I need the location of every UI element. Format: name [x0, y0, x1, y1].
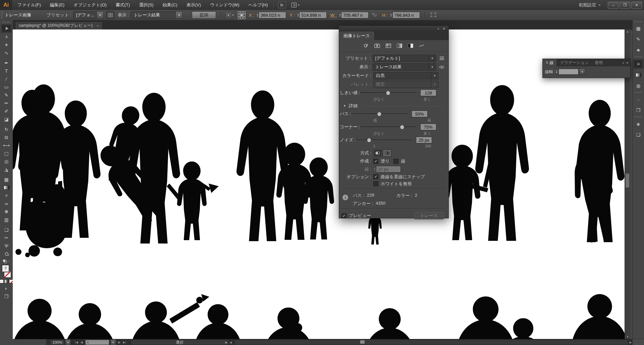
method-overlapping-button[interactable] — [383, 149, 391, 157]
color-button[interactable] — [0, 279, 4, 283]
menu-item[interactable]: オブジェクト(O) — [73, 2, 107, 8]
layers-panel-icon[interactable]: ◈ — [634, 120, 643, 128]
artboard-canvas[interactable] — [13, 29, 625, 339]
fill-swatch-unknown[interactable]: ? — [2, 265, 9, 272]
snap-curves-checkbox[interactable]: ✓ — [373, 174, 378, 179]
noise-slider[interactable] — [356, 137, 412, 143]
workspace-switcher[interactable]: 初期設定 — [579, 2, 596, 8]
eraser-tool-icon[interactable]: ◪ — [1, 115, 11, 123]
menu-item[interactable]: 書式(T) — [116, 2, 130, 8]
h-field[interactable]: 766.843 n — [392, 12, 420, 18]
zoom-value[interactable]: 100% — [50, 340, 64, 345]
eyedropper-tool-icon[interactable]: ✧ — [1, 192, 11, 200]
view-select[interactable]: トレース結果 ▾ — [131, 11, 182, 19]
trace-button[interactable]: トレース — [414, 212, 444, 219]
vertical-scroll-thumb[interactable] — [626, 174, 629, 188]
lasso-tool-icon[interactable]: ∿ — [1, 49, 11, 57]
x-label[interactable]: X : — [249, 13, 254, 18]
mesh-tool-icon[interactable]: ▦ — [1, 176, 11, 184]
panel-grip[interactable] — [635, 21, 642, 22]
threshold-value[interactable]: 128 — [420, 89, 436, 96]
scroll-up-icon[interactable]: ▲ — [625, 30, 630, 33]
width-tool-icon[interactable]: ⟷ — [1, 141, 11, 149]
artboard-tool-icon[interactable]: ❏ — [1, 226, 11, 234]
auto-color-icon[interactable] — [363, 43, 369, 49]
scale-tool-icon[interactable]: ⧉ — [1, 133, 11, 141]
stepper-icon[interactable]: ▴▾ — [257, 13, 258, 17]
paintbrush-tool-icon[interactable]: ✎ — [1, 91, 11, 99]
high-color-icon[interactable] — [374, 44, 380, 49]
first-artboard-button[interactable]: |◀ — [75, 341, 78, 344]
bridge-icon[interactable]: Br — [278, 2, 286, 8]
horizontal-scroll-thumb[interactable] — [360, 340, 365, 344]
gradient-button[interactable] — [4, 279, 8, 283]
chevron-down-icon[interactable]: ▾ — [579, 68, 585, 75]
appearance-panel-icon[interactable]: ◌ — [634, 95, 643, 104]
drawing-modes-icon[interactable]: ◐ — [1, 284, 11, 292]
menu-item[interactable]: ファイル(F) — [17, 2, 41, 8]
panel-grip[interactable] — [3, 22, 10, 23]
y-label[interactable]: Y : — [289, 13, 295, 18]
close-icon[interactable]: × — [97, 24, 99, 28]
fill-checkbox[interactable]: ✓ — [373, 159, 378, 164]
tab-stroke[interactable]: ⇅ 線 — [543, 59, 557, 66]
screen-mode-icon[interactable]: ❐ — [1, 292, 11, 300]
fill-checkbox-label[interactable]: 塗り — [381, 158, 389, 164]
horizontal-scrollbar[interactable] — [235, 340, 628, 345]
line-segment-tool-icon[interactable]: ∕ — [1, 75, 11, 83]
magic-wand-tool-icon[interactable]: ✶ — [1, 41, 11, 49]
collapse-panel-icon[interactable]: » — [623, 61, 625, 65]
chevron-down-icon[interactable]: ▾ — [429, 64, 436, 70]
stroke-checkbox-label[interactable]: 線 — [401, 158, 405, 164]
color-panel-icon[interactable]: ▦ — [634, 24, 643, 33]
chevron-down-icon[interactable]: ▾ — [175, 12, 182, 18]
rotate-tool-icon[interactable]: ↻ — [1, 125, 11, 133]
selection-tool-icon[interactable]: ➤ — [1, 24, 12, 33]
panel-grip[interactable] — [1, 11, 3, 19]
zoom-tool-icon[interactable]: Q — [1, 250, 11, 258]
brushes-panel-icon[interactable]: ✎ — [634, 35, 643, 44]
blob-brush-tool-icon[interactable]: ✐ — [1, 107, 11, 115]
tab-image-trace[interactable]: 画像トレース — [339, 31, 375, 40]
minimize-button[interactable]: – — [608, 2, 619, 9]
pen-tool-icon[interactable]: ✒ — [1, 59, 11, 67]
symbols-panel-icon[interactable]: ♣ — [634, 46, 643, 54]
swap-fill-stroke-icon[interactable] — [3, 259, 10, 263]
document-tab[interactable]: samplepng* @ 100%(RGB/プレビュー) × — [15, 21, 103, 29]
method-abutting-button[interactable] — [373, 149, 382, 157]
graphic-styles-panel-icon[interactable]: ❐ — [634, 106, 643, 115]
hand-tool-icon[interactable]: Ψ — [1, 242, 11, 250]
preview-checkbox[interactable]: ✓ — [341, 213, 346, 218]
threshold-slider[interactable] — [360, 90, 416, 96]
collapse-panel-icon[interactable]: « — [437, 27, 439, 30]
stepper-icon[interactable]: ▴▾ — [390, 13, 392, 17]
restore-button[interactable]: ❐ — [620, 2, 630, 9]
stroke-width-field[interactable] — [558, 69, 579, 75]
select-similar-icon[interactable]: ▾ — [226, 13, 234, 17]
view-select[interactable]: トレース結果 ▾ — [373, 63, 436, 71]
corners-slider[interactable] — [360, 124, 416, 130]
noise-value[interactable]: 25 px — [416, 137, 432, 143]
panel-grip[interactable] — [635, 116, 642, 118]
chevron-down-icon[interactable]: ▾ — [110, 339, 116, 345]
stepper-icon[interactable]: ▴▾ — [556, 70, 557, 74]
outline-icon[interactable] — [419, 44, 424, 49]
transform-icon[interactable] — [430, 12, 437, 18]
blend-tool-icon[interactable]: ∞ — [1, 200, 11, 208]
stroke-panel-icon[interactable]: ≡ — [633, 59, 643, 69]
window-resize-corner[interactable] — [633, 339, 644, 345]
panel-menu-icon[interactable]: ≡ — [626, 61, 628, 65]
gradient-panel-icon[interactable] — [634, 71, 643, 79]
menu-item[interactable]: ヘルプ(H) — [249, 2, 268, 8]
preview-label[interactable]: プレビュー — [349, 213, 371, 219]
scroll-down-icon[interactable]: ▼ — [625, 335, 630, 338]
chevron-down-icon[interactable]: ▾ — [431, 72, 438, 79]
menu-item[interactable]: 選択(S) — [139, 2, 153, 8]
shape-builder-tool-icon[interactable]: ◎ — [1, 157, 11, 165]
menu-item[interactable]: 編集(E) — [50, 2, 64, 8]
preset-select[interactable]: [デフォルト] ▾ — [373, 55, 436, 62]
paths-slider[interactable] — [351, 111, 408, 117]
direct-selection-tool-icon[interactable]: ➣ — [1, 33, 11, 41]
panel-grip[interactable] — [635, 92, 642, 93]
expand-button[interactable]: 拡張 — [192, 11, 216, 19]
